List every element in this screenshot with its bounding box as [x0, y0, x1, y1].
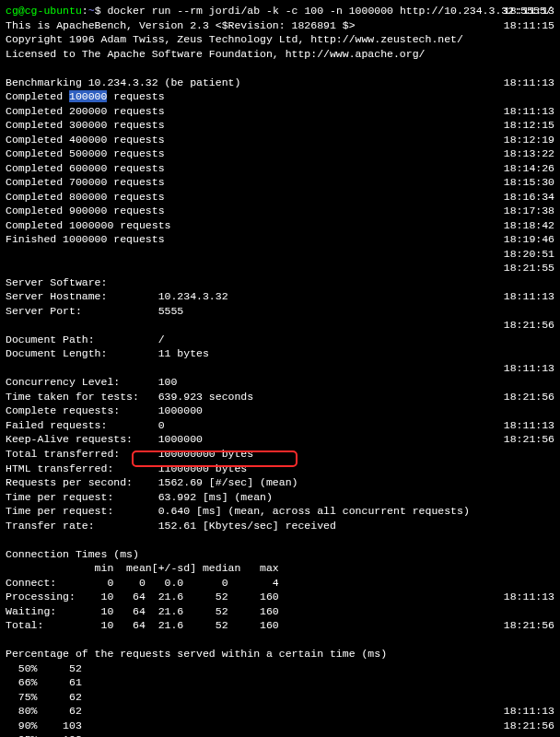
timestamp: 18:12:19	[504, 133, 554, 147]
doc-path: Document Path: /	[6, 333, 554, 347]
completed-800000: Completed 800000 requests	[6, 190, 554, 205]
timestamp	[504, 633, 554, 648]
timestamp	[504, 47, 554, 62]
time-taken: Time taken for tests: 639.923 seconds	[6, 390, 554, 404]
timestamp: 18:21:56	[504, 318, 554, 333]
timestamp: 18:12:15	[504, 118, 554, 133]
timestamp: 18:11:13	[504, 76, 554, 90]
conn-processing: Processing: 10 64 21.6 52 160	[6, 590, 554, 604]
conn-total: Total: 10 64 21.6 52 160	[6, 618, 554, 633]
p90: 90% 103	[6, 719, 554, 733]
timestamp	[504, 275, 554, 290]
html-transferred: HTML transferred: 11000000 bytes	[6, 462, 554, 476]
completed-400000: Completed 400000 requests	[6, 133, 554, 147]
timestamp: 18:17:38	[504, 204, 554, 218]
ab-header: This is ApacheBench, Version 2.3 <$Revis…	[6, 18, 554, 33]
timestamp	[504, 61, 554, 76]
p95: 95% 103	[6, 732, 554, 737]
doc-length: Document Length: 11 bytes	[6, 346, 554, 361]
timestamp: 18:13:22	[504, 146, 554, 161]
server-software: Server Software:	[6, 275, 554, 290]
timestamp: 18:21:56	[504, 719, 554, 733]
timestamp	[504, 333, 554, 347]
complete-requests: Complete requests: 1000000	[6, 404, 554, 418]
timestamp	[504, 404, 554, 418]
timestamp	[504, 462, 554, 476]
timestamp: 18:18:42	[504, 218, 554, 233]
highlighted-count: 100000	[69, 90, 107, 102]
timestamp: 18:11:13	[504, 704, 554, 719]
prompt-user: cg@cg-ubuntu	[6, 5, 82, 17]
timestamp	[504, 304, 554, 319]
timestamp	[504, 647, 554, 661]
total-transferred: Total transferred: 100000000 bytes	[6, 447, 554, 462]
command-text: docker run --rm jordi/ab -k -c 100 -n 10…	[107, 5, 552, 17]
requests-per-second: Requests per second: 1562.69 [#/sec] (me…	[6, 475, 554, 490]
timestamps-column: 18:11:1318:11:15 18:11:13 18:11:1318:12:…	[504, 4, 554, 732]
timestamp	[504, 89, 554, 104]
timestamp: 18:21:56	[504, 390, 554, 404]
conn-connect: Connect: 0 0 0.0 0 4	[6, 576, 554, 591]
transfer-rate: Transfer rate: 152.61 [Kbytes/sec] recei…	[6, 519, 554, 533]
p75: 75% 62	[6, 690, 554, 705]
server-port: Server Port: 5555	[6, 304, 554, 319]
timestamp: 18:11:13	[504, 4, 554, 18]
time-per-request-1: Time per request: 63.992 [ms] (mean)	[6, 490, 554, 505]
timestamp: 18:20:51	[504, 247, 554, 262]
timestamp	[504, 675, 554, 690]
timestamp: 18:19:46	[504, 232, 554, 247]
timestamp: 18:11:13	[504, 418, 554, 433]
p80: 80% 62	[6, 704, 554, 719]
timestamp	[504, 346, 554, 361]
timestamp: 18:16:34	[504, 190, 554, 205]
completed-700000: Completed 700000 requests	[6, 175, 554, 190]
timestamp: 18:11:15	[504, 18, 554, 33]
command-line: cg@cg-ubuntu:~$ docker run --rm jordi/ab…	[6, 4, 554, 18]
completed-200000: Completed 200000 requests	[6, 104, 554, 119]
timestamp	[504, 547, 554, 562]
keepalive-requests: Keep-Alive requests: 1000000	[6, 432, 554, 447]
time-per-request-2: Time per request: 0.640 [ms] (mean, acro…	[6, 504, 554, 519]
completed-100000: Completed 100000 requests	[6, 89, 554, 104]
conn-waiting: Waiting: 10 64 21.6 52 160	[6, 604, 554, 619]
timestamp	[504, 375, 554, 390]
timestamp: 18:11:13	[504, 289, 554, 304]
timestamp	[504, 447, 554, 462]
license: Licensed to The Apache Software Foundati…	[6, 47, 554, 62]
failed-requests: Failed requests: 0	[6, 418, 554, 433]
timestamp	[504, 490, 554, 505]
server-hostname: Server Hostname: 10.234.3.32	[6, 289, 554, 304]
timestamp	[504, 475, 554, 490]
timestamp	[504, 519, 554, 533]
copyright: Copyright 1996 Adam Twiss, Zeus Technolo…	[6, 32, 554, 47]
timestamp: 18:21:56	[504, 618, 554, 633]
timestamp	[504, 576, 554, 591]
timestamp: 18:11:13	[504, 361, 554, 376]
timestamp: 18:11:13	[504, 590, 554, 604]
timestamp	[504, 532, 554, 547]
completed-900000: Completed 900000 requests	[6, 204, 554, 218]
finished: Finished 1000000 requests	[6, 232, 554, 247]
percentiles-title: Percentage of the requests served within…	[6, 647, 554, 661]
bench-start: Benchmarking 10.234.3.32 (be patient)	[6, 76, 554, 90]
completed-1000000: Completed 1000000 requests	[6, 218, 554, 233]
terminal-content: cg@cg-ubuntu:~$ docker run --rm jordi/ab…	[6, 4, 554, 737]
p50: 50% 52	[6, 661, 554, 676]
timestamp: 18:15:30	[504, 175, 554, 190]
timestamp	[504, 32, 554, 47]
timestamp: 18:21:56	[504, 432, 554, 447]
timestamp: 18:14:26	[504, 161, 554, 176]
timestamp	[504, 661, 554, 676]
p66: 66% 61	[6, 675, 554, 690]
completed-600000: Completed 600000 requests	[6, 161, 554, 176]
conn-times-title: Connection Times (ms)	[6, 547, 554, 562]
timestamp: 18:21:55	[504, 261, 554, 275]
timestamp: 18:11:13	[504, 104, 554, 119]
completed-500000: Completed 500000 requests	[6, 146, 554, 161]
concurrency: Concurrency Level: 100	[6, 375, 554, 390]
timestamp	[504, 604, 554, 619]
prompt-path: ~	[88, 5, 95, 17]
timestamp	[504, 504, 554, 519]
conn-times-header: min mean[+/-sd] median max	[6, 561, 554, 576]
timestamp	[504, 561, 554, 576]
